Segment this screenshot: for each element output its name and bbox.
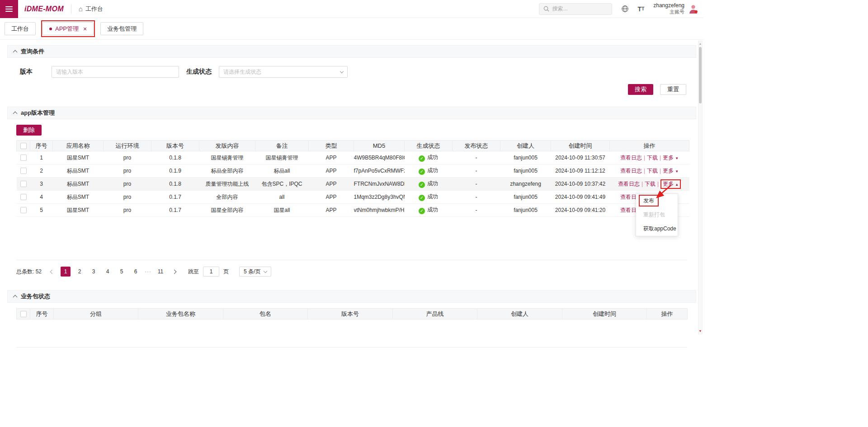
account-type: 主账号 — [653, 9, 684, 15]
main-content: 查询条件 版本 请输入版本 生成状态 请选择生成状态 搜索 重置 — [0, 40, 703, 347]
page-number-11[interactable]: 11 — [156, 267, 165, 277]
jump-page-input[interactable]: 1 — [203, 267, 219, 277]
col-md5: MD5 — [354, 141, 405, 151]
active-dot-icon — [49, 28, 52, 30]
select-all-checkbox[interactable] — [20, 143, 27, 149]
version-placeholder: 请输入版本 — [56, 68, 83, 76]
scroll-up-arrow[interactable]: ▲ — [698, 42, 702, 46]
menu-item-publish[interactable]: 发布 — [636, 194, 678, 208]
chevron-down-icon — [340, 69, 344, 73]
scroll-down-arrow[interactable]: ▼ — [698, 329, 702, 333]
app-version-body: 删除 序号 应用名称 运行环境 版本号 发版内容 备注 — [7, 119, 696, 284]
tab-label: 工作台 — [11, 25, 29, 33]
page-number-3[interactable]: 3 — [89, 267, 99, 277]
col-remark: 备注 — [255, 141, 309, 151]
workbench-nav[interactable]: ⌂ 工作台 — [79, 5, 103, 13]
font-size-icon[interactable]: TT — [638, 5, 645, 13]
table-empty-space — [16, 217, 687, 260]
tab-package-management[interactable]: 业务包管理 — [100, 22, 143, 35]
menu-icon[interactable] — [0, 0, 18, 18]
page-size-select[interactable]: 5 条/页 — [239, 267, 271, 277]
divider — [71, 5, 71, 14]
chevron-right-icon — [172, 269, 176, 274]
table-row: 2 标品SMT pro 0.1.9 标品全部内容 标品all APP f7pAn… — [17, 164, 689, 178]
row-checkbox[interactable] — [20, 168, 27, 174]
app-logo: iDME-MOM — [24, 5, 64, 13]
close-tab-icon[interactable]: × — [83, 26, 87, 32]
more-link-open[interactable]: 更多▲ — [663, 181, 679, 187]
language-globe-icon[interactable] — [621, 5, 629, 13]
tab-label: 业务包管理 — [107, 25, 137, 33]
more-link[interactable]: 更多▼ — [663, 168, 679, 174]
page-number-2[interactable]: 2 — [75, 267, 85, 277]
page-ellipsis[interactable]: ··· — [145, 268, 151, 275]
view-log-link[interactable]: 查看日志 — [620, 168, 642, 174]
row-checkbox[interactable] — [20, 181, 27, 187]
caret-down-icon: ▼ — [675, 169, 679, 174]
download-link[interactable]: 下载 — [647, 168, 658, 174]
section-title: 业务包状态 — [21, 292, 50, 300]
more-actions-menu: 发布 重新打包 获取appCode — [636, 193, 678, 236]
page-number-5[interactable]: 5 — [117, 267, 127, 277]
col-env: 运行环境 — [104, 141, 151, 151]
package-table: 序号 分组 业务包名称 包名 版本号 产品线 创建人 创建时间 操作 — [16, 308, 688, 319]
page-number-1[interactable]: 1 — [61, 267, 71, 277]
col-version: 版本号 — [151, 141, 199, 151]
global-search-input[interactable]: 搜索... — [539, 3, 612, 15]
col-gen-status: 生成状态 — [405, 141, 453, 151]
table-row-highlighted: 3 标品SMT pro 0.1.8 质量管理功能上线 包含SPC，IPQC AP… — [17, 178, 689, 191]
reset-button[interactable]: 重置 — [660, 84, 686, 95]
table-row: 4 标品SMT pro 0.1.7 全部内容 all APP 1Mqm3z2Dg… — [17, 191, 689, 204]
vertical-scrollbar[interactable]: ▲ ▼ — [698, 41, 703, 334]
empty-table-area — [16, 319, 687, 347]
pagination: 总条数: 52 1 2 3 4 5 6 ··· 11 跳至 1 页 5 条/页 — [16, 267, 687, 277]
status-label: 生成状态 — [186, 68, 212, 76]
success-icon: ✓ — [419, 208, 425, 214]
tab-app-management[interactable]: APP管理 × — [42, 22, 94, 35]
download-link[interactable]: 下载 — [647, 155, 658, 161]
user-avatar[interactable] — [688, 3, 699, 14]
prev-page-button[interactable] — [47, 267, 57, 277]
package-status-header[interactable]: 业务包状态 — [7, 290, 696, 303]
next-page-button[interactable] — [170, 267, 179, 277]
query-section-header[interactable]: 查询条件 — [7, 45, 696, 58]
version-input[interactable]: 请输入版本 — [52, 66, 179, 78]
search-placeholder: 搜索... — [552, 5, 568, 13]
section-title: 查询条件 — [21, 47, 44, 56]
app-version-section-header[interactable]: app版本管理 — [7, 107, 696, 119]
success-icon: ✓ — [419, 155, 425, 162]
table-row: 5 国星SMT pro 0.1.7 国星全部内容 国星all APP vtNm0… — [17, 204, 689, 217]
col-create-time: 创建时间 — [562, 309, 647, 319]
page-number-6[interactable]: 6 — [131, 267, 141, 277]
annotation-box-publish: 发布 — [639, 195, 659, 206]
app-version-section: app版本管理 删除 序号 应用名称 运行环境 版本号 — [7, 107, 696, 284]
jump-label: 跳至 — [188, 268, 199, 276]
tab-workbench[interactable]: 工作台 — [5, 22, 36, 35]
view-log-link[interactable]: 查看日志 — [620, 155, 642, 161]
page-unit-label: 页 — [223, 268, 229, 276]
collapse-icon — [13, 50, 18, 55]
section-title: app版本管理 — [21, 109, 55, 117]
caret-up-icon: ▲ — [675, 183, 679, 187]
scrollbar-thumb[interactable] — [699, 47, 702, 103]
page-number-4[interactable]: 4 — [103, 267, 113, 277]
col-product-line: 产品线 — [393, 309, 477, 319]
view-log-link[interactable]: 查看日志 — [618, 181, 640, 187]
download-link[interactable]: 下载 — [645, 181, 656, 187]
search-button[interactable]: 搜索 — [628, 84, 653, 95]
collapse-icon — [13, 295, 18, 300]
status-select[interactable]: 请选择生成状态 — [219, 66, 348, 78]
caret-down-icon: ▼ — [675, 156, 679, 160]
select-all-checkbox[interactable] — [20, 311, 27, 317]
top-bar: iDME-MOM ⌂ 工作台 搜索... TT zhangzefeng 主账号 — [0, 0, 703, 18]
row-checkbox[interactable] — [20, 194, 27, 200]
row-checkbox[interactable] — [20, 207, 27, 213]
chevron-down-icon — [264, 269, 267, 272]
table-row: 1 国星SMT pro 0.1.8 国星锡膏管理 国星锡膏管理 APP 4W9B… — [17, 151, 689, 164]
table-header-row: 序号 分组 业务包名称 包名 版本号 产品线 创建人 创建时间 操作 — [17, 309, 688, 319]
success-icon: ✓ — [419, 182, 425, 188]
menu-item-get-appcode[interactable]: 获取appCode — [636, 222, 678, 236]
delete-button[interactable]: 删除 — [16, 125, 42, 136]
row-checkbox[interactable] — [20, 155, 27, 161]
more-link[interactable]: 更多▼ — [663, 155, 679, 161]
